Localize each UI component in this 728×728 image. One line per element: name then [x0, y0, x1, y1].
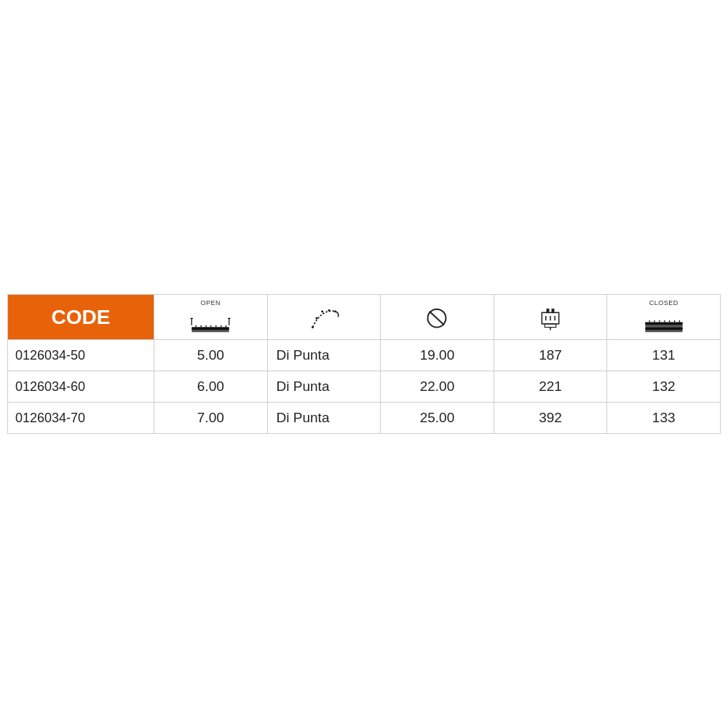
closed-label: CLOSED — [649, 299, 678, 306]
connector-header — [494, 295, 607, 339]
svg-point-14 — [315, 317, 317, 320]
table-row: 0126034-70 7.00 Di Punta 25.00 392 133 — [7, 402, 721, 434]
curve-icon — [302, 306, 346, 331]
diameter-cell: 19.00 — [380, 340, 494, 371]
type-cell: Di Punta — [267, 340, 381, 371]
open-jaw-icon — [189, 309, 232, 335]
diameter-cell: 25.00 — [380, 403, 494, 433]
table-row: 0126034-60 6.00 Di Punta 22.00 221 132 — [7, 371, 721, 402]
col5-cell: 392 — [494, 403, 607, 433]
svg-rect-22 — [552, 309, 555, 313]
svg-rect-30 — [645, 327, 682, 330]
svg-rect-29 — [645, 325, 682, 328]
diameter-icon — [415, 306, 459, 331]
table-row: 0126034-50 5.00 Di Punta 19.00 187 131 — [7, 339, 721, 371]
svg-rect-31 — [645, 331, 682, 333]
type-cell: Di Punta — [267, 371, 381, 402]
diameter-header — [380, 295, 494, 339]
svg-point-13 — [312, 326, 314, 328]
code-cell: 0126034-50 — [8, 341, 154, 371]
open-cell: 7.00 — [154, 403, 267, 433]
closed-jaw-icon — [642, 309, 686, 335]
svg-point-15 — [321, 310, 323, 312]
svg-rect-21 — [547, 309, 550, 313]
code-cell: 0126034-60 — [8, 372, 154, 402]
open-cell: 5.00 — [154, 340, 267, 371]
col5-cell: 221 — [494, 371, 607, 402]
open-label: OPEN — [201, 299, 221, 306]
product-table: CODE OPEN — [7, 294, 721, 434]
svg-rect-1 — [192, 331, 229, 333]
closed-cell: 133 — [606, 403, 720, 433]
code-cell: 0126034-70 — [8, 403, 154, 433]
svg-rect-28 — [645, 323, 682, 325]
open-header: OPEN — [154, 295, 267, 339]
open-cell: 6.00 — [154, 371, 267, 402]
svg-point-16 — [328, 309, 330, 312]
type-cell: Di Punta — [267, 403, 381, 433]
diameter-cell: 22.00 — [380, 371, 494, 402]
header-row: CODE OPEN — [7, 294, 721, 339]
main-container: CODE OPEN — [0, 294, 728, 434]
svg-rect-0 — [192, 327, 229, 330]
closed-cell: 132 — [606, 371, 720, 402]
closed-header: CLOSED — [606, 295, 720, 339]
svg-line-19 — [430, 312, 444, 325]
code-label: CODE — [52, 306, 111, 329]
code-header: CODE — [8, 295, 154, 339]
closed-cell: 131 — [606, 340, 720, 371]
curve-header — [267, 295, 381, 339]
col5-cell: 187 — [494, 340, 607, 371]
connector-icon — [529, 306, 572, 331]
